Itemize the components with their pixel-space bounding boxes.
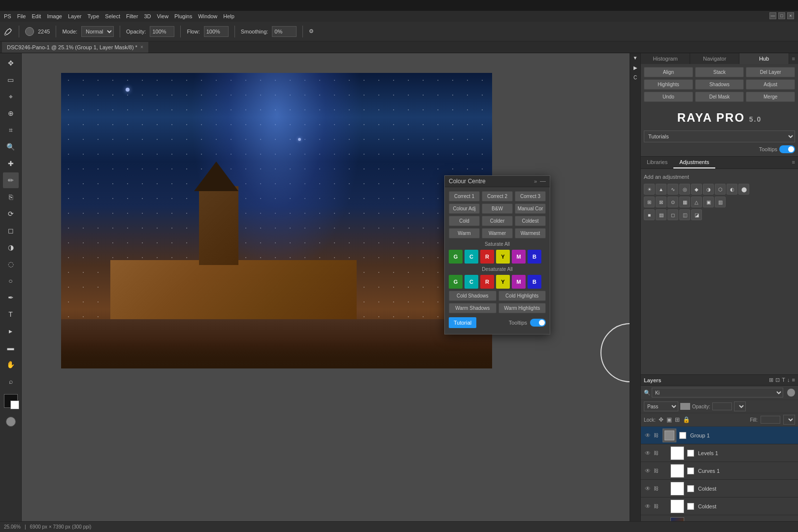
- layers-options[interactable]: ≡: [792, 377, 795, 383]
- menu-image[interactable]: Image: [47, 13, 62, 19]
- menu-ps[interactable]: PS: [4, 13, 11, 19]
- cc-tooltips-toggle[interactable]: [530, 319, 546, 327]
- close-button[interactable]: ×: [787, 12, 794, 19]
- tab-hub[interactable]: Hub: [739, 53, 789, 64]
- zoom-tool[interactable]: ⌕: [3, 373, 19, 389]
- strip-icon-3[interactable]: C: [631, 75, 640, 84]
- adj-selectivecolor-icon[interactable]: ▣: [703, 197, 714, 207]
- quick-select-tool[interactable]: ⊕: [3, 105, 19, 121]
- gradient-tool[interactable]: ◑: [3, 239, 19, 255]
- layer-link-group1[interactable]: ⛓: [654, 432, 661, 439]
- move-tool[interactable]: ✥: [3, 55, 19, 71]
- adj-colorbalance-icon[interactable]: ⬡: [715, 184, 726, 195]
- lock-position-icon[interactable]: ✥: [659, 416, 664, 423]
- menu-window[interactable]: Window: [198, 13, 217, 19]
- menu-filter[interactable]: Filter: [126, 13, 138, 19]
- hand-tool[interactable]: ✋: [3, 357, 19, 372]
- eyedropper-tool[interactable]: 🔍: [3, 139, 19, 155]
- minimize-button[interactable]: —: [769, 12, 776, 19]
- flow-input[interactable]: [204, 26, 229, 37]
- warmer-button[interactable]: Warmer: [482, 228, 513, 238]
- tab-navigator[interactable]: Navigator: [690, 53, 739, 64]
- lock-all-icon[interactable]: 🔒: [683, 416, 690, 423]
- tab-adjustments[interactable]: Adjustments: [673, 157, 715, 168]
- menu-file[interactable]: File: [17, 13, 26, 19]
- fill-value-display[interactable]: [761, 416, 780, 424]
- tab-libraries[interactable]: Libraries: [641, 157, 673, 168]
- layer-row-curves1[interactable]: 👁 ⛓ Curves 1: [641, 462, 798, 480]
- adj-solid-icon[interactable]: ■: [644, 209, 655, 220]
- blend-dropdown-arrow[interactable]: [680, 403, 690, 410]
- text-tool[interactable]: T: [3, 306, 19, 322]
- bw-button[interactable]: B&W: [482, 203, 513, 214]
- layer-vis-curves1[interactable]: 👁: [644, 467, 652, 475]
- adj-panel-options[interactable]: ≡: [789, 157, 798, 168]
- layer-vis-coldest1[interactable]: 👁: [644, 485, 652, 493]
- mode-select[interactable]: Normal: [81, 26, 114, 37]
- tutorial-button[interactable]: Tutorial: [449, 317, 476, 328]
- colder-button[interactable]: Colder: [482, 216, 513, 226]
- adj-colorlookup-icon[interactable]: ⊠: [656, 197, 666, 207]
- adj-gradient-icon[interactable]: ▥: [715, 197, 726, 207]
- layer-chain-coldest2[interactable]: ⛓: [654, 503, 661, 510]
- layer-chain-curves1[interactable]: ⛓: [654, 467, 661, 474]
- correct2-button[interactable]: Correct 2: [482, 191, 513, 201]
- foreground-color[interactable]: [4, 394, 18, 408]
- history-brush-tool[interactable]: ⟳: [3, 206, 19, 222]
- shadows-button[interactable]: Shadows: [695, 79, 744, 90]
- smoothing-input[interactable]: [272, 26, 297, 37]
- adj-levels-icon[interactable]: ▲: [656, 184, 666, 195]
- opacity-value-display[interactable]: [712, 402, 732, 410]
- colour-centre-expand[interactable]: »: [534, 178, 537, 184]
- adj-posterize-icon[interactable]: ▦: [679, 197, 690, 207]
- del-layer-button[interactable]: Del Layer: [746, 67, 795, 77]
- adj-hue-icon[interactable]: ◑: [703, 184, 714, 195]
- canvas-image[interactable]: [61, 73, 492, 368]
- desaturate-yellow-button[interactable]: Y: [496, 275, 510, 289]
- desaturate-blue-button[interactable]: B: [528, 275, 541, 289]
- layer-vis-group1[interactable]: 👁: [644, 432, 652, 439]
- layer-row-group1[interactable]: 👁 ⛓ Group 1: [641, 427, 798, 444]
- dodge-tool[interactable]: ○: [3, 273, 19, 289]
- adj-threshold-icon[interactable]: △: [691, 197, 702, 207]
- document-tab[interactable]: DSC9246-Pano-1 @ 25.1% (Group 1, Layer M…: [2, 42, 148, 53]
- lock-artboard-icon[interactable]: ⊞: [675, 416, 680, 423]
- settings-icon[interactable]: ⚙: [309, 28, 314, 34]
- layers-icon-4[interactable]: ↓: [787, 377, 790, 383]
- heal-tool[interactable]: ✚: [3, 156, 19, 171]
- saturate-cyan-button[interactable]: C: [465, 250, 478, 264]
- select-rect-tool[interactable]: ▭: [3, 72, 19, 88]
- eraser-tool[interactable]: ◻: [3, 223, 19, 238]
- layers-icon-2[interactable]: ⊡: [775, 377, 780, 383]
- saturate-yellow-button[interactable]: Y: [496, 250, 510, 264]
- warm-highlights-button[interactable]: Warm Highlights: [499, 303, 546, 313]
- saturate-blue-button[interactable]: B: [528, 250, 541, 264]
- path-select-tool[interactable]: ▸: [3, 323, 19, 339]
- fill-dropdown[interactable]: ▼: [783, 415, 795, 425]
- colour-centre-close[interactable]: —: [540, 178, 546, 185]
- manual-cor-button[interactable]: Manual Cor: [515, 203, 546, 214]
- menu-help[interactable]: Help: [223, 13, 234, 19]
- desaturate-red-button[interactable]: R: [480, 275, 494, 289]
- menu-select[interactable]: Select: [105, 13, 120, 19]
- coldest-button[interactable]: Coldest: [515, 216, 546, 226]
- correct3-button[interactable]: Correct 3: [515, 191, 546, 201]
- desaturate-cyan-button[interactable]: C: [465, 275, 478, 289]
- cold-shadows-button[interactable]: Cold Shadows: [449, 291, 497, 301]
- cold-button[interactable]: Cold: [449, 216, 480, 226]
- adj-channelmixer-icon[interactable]: ⊞: [644, 197, 655, 207]
- adj-bw-icon[interactable]: ◐: [727, 184, 737, 195]
- opacity-input[interactable]: [150, 26, 174, 37]
- layer-row-levels1[interactable]: 👁 ⛓ Levels 1: [641, 444, 798, 462]
- layer-chain-coldest1[interactable]: ⛓: [654, 485, 661, 492]
- lasso-tool[interactable]: ⌖: [3, 89, 19, 104]
- saturate-red-button[interactable]: R: [480, 250, 494, 264]
- desaturate-magenta-button[interactable]: M: [512, 275, 526, 289]
- del-mask-button[interactable]: Del Mask: [695, 92, 744, 102]
- adj-invert-icon[interactable]: ⊙: [667, 197, 678, 207]
- crop-tool[interactable]: ⌗: [3, 122, 19, 138]
- menu-type[interactable]: Type: [88, 13, 100, 19]
- menu-3d[interactable]: 3D: [144, 13, 151, 19]
- layer-vis-coldest2[interactable]: 👁: [644, 502, 652, 510]
- menu-plugins[interactable]: Plugins: [174, 13, 192, 19]
